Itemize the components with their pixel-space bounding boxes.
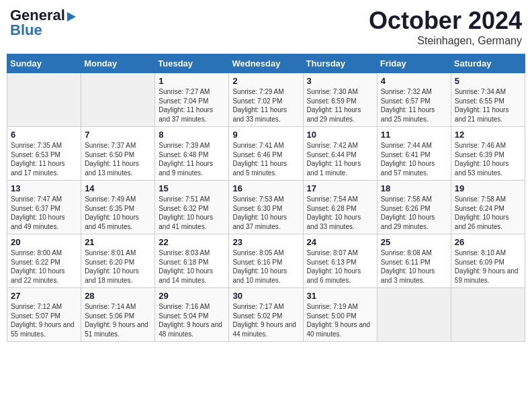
calendar-table: SundayMondayTuesdayWednesdayThursdayFrid… — [7, 54, 525, 342]
day-detail: Sunrise: 8:10 AMSunset: 6:09 PMDaylight:… — [455, 248, 521, 285]
day-detail: Sunrise: 7:42 AMSunset: 6:44 PMDaylight:… — [307, 141, 373, 177]
day-detail: Sunrise: 7:46 AMSunset: 6:39 PMDaylight:… — [455, 141, 521, 177]
header-thursday: Thursday — [303, 54, 377, 73]
week-row: 20Sunrise: 8:00 AMSunset: 6:22 PMDayligh… — [7, 234, 525, 288]
day-detail: Sunrise: 7:49 AMSunset: 6:35 PMDaylight:… — [85, 195, 151, 231]
header-monday: Monday — [81, 54, 155, 73]
calendar-cell: 9Sunrise: 7:41 AMSunset: 6:46 PMDaylight… — [229, 127, 303, 181]
day-number: 8 — [159, 130, 225, 140]
day-detail: Sunrise: 7:53 AMSunset: 6:30 PMDaylight:… — [232, 195, 299, 231]
location: Steinhagen, Germany — [369, 35, 522, 47]
calendar-cell: 21Sunrise: 8:01 AMSunset: 6:20 PMDayligh… — [81, 234, 155, 288]
day-detail: Sunrise: 7:56 AMSunset: 6:26 PMDaylight:… — [381, 195, 447, 231]
calendar-cell: 3Sunrise: 7:30 AMSunset: 6:59 PMDaylight… — [303, 73, 377, 127]
calendar-cell: 5Sunrise: 7:34 AMSunset: 6:55 PMDaylight… — [451, 73, 525, 127]
day-number: 25 — [381, 237, 447, 247]
day-number: 31 — [307, 291, 373, 301]
day-number: 28 — [85, 291, 151, 301]
calendar-cell: 6Sunrise: 7:35 AMSunset: 6:53 PMDaylight… — [7, 127, 81, 181]
calendar-cell: 25Sunrise: 8:08 AMSunset: 6:11 PMDayligh… — [377, 234, 451, 288]
header-wednesday: Wednesday — [229, 54, 303, 73]
day-detail: Sunrise: 8:03 AMSunset: 6:18 PMDaylight:… — [159, 248, 225, 285]
day-detail: Sunrise: 7:17 AMSunset: 5:02 PMDaylight:… — [232, 302, 299, 338]
day-number: 4 — [381, 76, 447, 86]
day-number: 9 — [232, 130, 299, 140]
header-sunday: Sunday — [7, 54, 81, 73]
day-number: 22 — [159, 237, 225, 247]
day-number: 12 — [455, 130, 521, 140]
week-row: 27Sunrise: 7:12 AMSunset: 5:07 PMDayligh… — [7, 288, 525, 342]
day-number: 16 — [232, 183, 299, 193]
day-detail: Sunrise: 7:41 AMSunset: 6:46 PMDaylight:… — [232, 141, 299, 177]
day-number: 21 — [85, 237, 151, 247]
day-number: 30 — [232, 291, 299, 301]
calendar-cell: 24Sunrise: 8:07 AMSunset: 6:13 PMDayligh… — [303, 234, 377, 288]
day-number: 19 — [455, 183, 521, 193]
day-detail: Sunrise: 8:07 AMSunset: 6:13 PMDaylight:… — [307, 248, 373, 285]
calendar-cell: 10Sunrise: 7:42 AMSunset: 6:44 PMDayligh… — [303, 127, 377, 181]
day-number: 6 — [11, 130, 77, 140]
day-number: 29 — [159, 291, 225, 301]
day-detail: Sunrise: 7:12 AMSunset: 5:07 PMDaylight:… — [11, 302, 77, 338]
day-number: 17 — [307, 183, 373, 193]
day-number: 3 — [307, 76, 373, 86]
day-detail: Sunrise: 8:05 AMSunset: 6:16 PMDaylight:… — [232, 248, 299, 285]
calendar-cell: 11Sunrise: 7:44 AMSunset: 6:41 PMDayligh… — [377, 127, 451, 181]
day-detail: Sunrise: 7:30 AMSunset: 6:59 PMDaylight:… — [307, 87, 373, 124]
calendar-cell: 17Sunrise: 7:54 AMSunset: 6:28 PMDayligh… — [303, 181, 377, 234]
calendar-cell: 22Sunrise: 8:03 AMSunset: 6:18 PMDayligh… — [155, 234, 229, 288]
day-detail: Sunrise: 7:54 AMSunset: 6:28 PMDaylight:… — [307, 195, 373, 231]
week-row: 6Sunrise: 7:35 AMSunset: 6:53 PMDaylight… — [7, 127, 525, 181]
page-header: General Blue October 2024 Steinhagen, Ge… — [7, 7, 525, 47]
week-row: 1Sunrise: 7:27 AMSunset: 7:04 PMDaylight… — [7, 73, 525, 127]
week-row: 13Sunrise: 7:47 AMSunset: 6:37 PMDayligh… — [7, 181, 525, 234]
day-number: 5 — [455, 76, 521, 86]
day-detail: Sunrise: 8:01 AMSunset: 6:20 PMDaylight:… — [85, 248, 151, 285]
calendar-cell — [81, 73, 155, 127]
calendar-cell: 20Sunrise: 8:00 AMSunset: 6:22 PMDayligh… — [7, 234, 81, 288]
calendar-cell: 12Sunrise: 7:46 AMSunset: 6:39 PMDayligh… — [451, 127, 525, 181]
calendar-cell: 7Sunrise: 7:37 AMSunset: 6:50 PMDaylight… — [81, 127, 155, 181]
day-number: 24 — [307, 237, 373, 247]
calendar-cell: 18Sunrise: 7:56 AMSunset: 6:26 PMDayligh… — [377, 181, 451, 234]
calendar-cell: 23Sunrise: 8:05 AMSunset: 6:16 PMDayligh… — [229, 234, 303, 288]
calendar-cell: 30Sunrise: 7:17 AMSunset: 5:02 PMDayligh… — [229, 288, 303, 342]
day-number: 23 — [232, 237, 299, 247]
calendar-header-row: SundayMondayTuesdayWednesdayThursdayFrid… — [7, 54, 525, 73]
calendar-cell: 29Sunrise: 7:16 AMSunset: 5:04 PMDayligh… — [155, 288, 229, 342]
calendar-cell — [7, 73, 81, 127]
day-detail: Sunrise: 8:00 AMSunset: 6:22 PMDaylight:… — [11, 248, 77, 285]
day-number: 14 — [85, 183, 151, 193]
calendar-cell — [377, 288, 451, 342]
day-detail: Sunrise: 7:35 AMSunset: 6:53 PMDaylight:… — [11, 141, 77, 177]
day-detail: Sunrise: 8:08 AMSunset: 6:11 PMDaylight:… — [381, 248, 447, 285]
day-detail: Sunrise: 7:44 AMSunset: 6:41 PMDaylight:… — [381, 141, 447, 177]
title-area: October 2024 Steinhagen, Germany — [369, 7, 522, 47]
day-number: 10 — [307, 130, 373, 140]
calendar-cell: 31Sunrise: 7:19 AMSunset: 5:00 PMDayligh… — [303, 288, 377, 342]
calendar-cell — [451, 288, 525, 342]
day-number: 27 — [11, 291, 77, 301]
day-detail: Sunrise: 7:47 AMSunset: 6:37 PMDaylight:… — [11, 195, 77, 231]
header-saturday: Saturday — [451, 54, 525, 73]
day-detail: Sunrise: 7:14 AMSunset: 5:06 PMDaylight:… — [85, 302, 151, 338]
logo-arrow-icon — [67, 12, 76, 21]
day-number: 7 — [85, 130, 151, 140]
calendar-cell: 26Sunrise: 8:10 AMSunset: 6:09 PMDayligh… — [451, 234, 525, 288]
day-detail: Sunrise: 7:51 AMSunset: 6:32 PMDaylight:… — [159, 195, 225, 231]
calendar-cell: 8Sunrise: 7:39 AMSunset: 6:48 PMDaylight… — [155, 127, 229, 181]
calendar-cell: 2Sunrise: 7:29 AMSunset: 7:02 PMDaylight… — [229, 73, 303, 127]
header-tuesday: Tuesday — [155, 54, 229, 73]
day-detail: Sunrise: 7:16 AMSunset: 5:04 PMDaylight:… — [159, 302, 225, 338]
day-number: 20 — [11, 237, 77, 247]
calendar-cell: 16Sunrise: 7:53 AMSunset: 6:30 PMDayligh… — [229, 181, 303, 234]
day-number: 26 — [455, 237, 521, 247]
logo-blue: Blue — [10, 21, 42, 39]
calendar-cell: 14Sunrise: 7:49 AMSunset: 6:35 PMDayligh… — [81, 181, 155, 234]
day-number: 11 — [381, 130, 447, 140]
calendar-cell: 28Sunrise: 7:14 AMSunset: 5:06 PMDayligh… — [81, 288, 155, 342]
calendar-cell: 19Sunrise: 7:58 AMSunset: 6:24 PMDayligh… — [451, 181, 525, 234]
logo: General Blue — [10, 7, 76, 39]
day-detail: Sunrise: 7:39 AMSunset: 6:48 PMDaylight:… — [159, 141, 225, 177]
calendar-cell: 4Sunrise: 7:32 AMSunset: 6:57 PMDaylight… — [377, 73, 451, 127]
